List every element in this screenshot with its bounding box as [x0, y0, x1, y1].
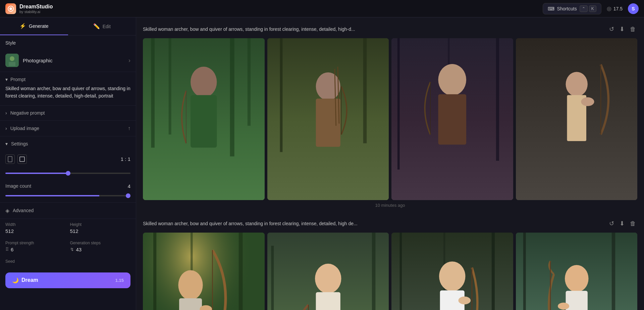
svg-point-3	[10, 56, 14, 61]
batch-1-delete-button[interactable]: 🗑	[629, 24, 637, 34]
app-logo-icon	[5, 3, 16, 14]
svg-rect-37	[153, 233, 156, 310]
aspect-portrait-icon[interactable]	[5, 154, 15, 164]
svg-rect-62	[611, 233, 615, 310]
batch-1-download-button[interactable]: ⬇	[618, 24, 626, 34]
user-avatar[interactable]: S	[628, 3, 639, 14]
batch-1-redo-button[interactable]: ↺	[608, 24, 615, 34]
image-count-slider[interactable]	[5, 195, 130, 196]
app-logo-area: DreamStudio by stability.ai	[5, 3, 53, 14]
tab-edit[interactable]: ✏️ Edit	[68, 17, 136, 35]
batch-1-images	[143, 38, 637, 200]
style-label: Style	[5, 40, 16, 46]
width-label: Width	[5, 222, 66, 227]
seed-label: Seed	[5, 259, 130, 264]
upload-image-row[interactable]: › Upload image ↑	[0, 121, 136, 136]
chevron-right-upload-icon: ›	[5, 126, 7, 131]
height-field: Height 512	[70, 222, 131, 234]
main-layout: ⚡ Generate ✏️ Edit Style	[0, 17, 644, 310]
settings-header[interactable]: ▾ Settings	[0, 136, 136, 151]
batch-1-header: Skilled woman archer, bow and quiver of …	[143, 24, 637, 34]
image-card[interactable]	[391, 38, 513, 200]
svg-rect-8	[151, 38, 154, 148]
image-count-label: Image count	[5, 183, 31, 189]
svg-rect-25	[496, 38, 499, 161]
svg-rect-13	[191, 95, 217, 148]
image-card[interactable]	[391, 233, 513, 310]
height-value: 512	[70, 228, 131, 234]
tab-bar: ⚡ Generate ✏️ Edit	[0, 17, 136, 36]
negative-prompt-row[interactable]: › Negative prompt	[0, 106, 136, 121]
batch-1: Skilled woman archer, bow and quiver of …	[143, 24, 637, 208]
aspect-ratio-slider-row	[0, 167, 136, 180]
svg-point-41	[178, 270, 203, 300]
batch-2: Skilled woman archer, bow and quiver of …	[143, 219, 637, 310]
style-section-header: Style	[0, 36, 136, 50]
image-card[interactable]	[143, 38, 265, 200]
svg-rect-48	[316, 292, 340, 310]
svg-point-63	[565, 265, 588, 292]
app-subtitle: by stability.ai	[19, 10, 53, 14]
image-count-slider-row	[0, 190, 136, 202]
image-card[interactable]	[516, 233, 638, 310]
key-k: K	[589, 5, 596, 12]
svg-rect-46	[372, 233, 375, 310]
batch-1-prompt: Skilled woman archer, bow and quiver of …	[143, 26, 604, 32]
svg-rect-36	[143, 233, 265, 310]
seed-row: Seed	[0, 256, 136, 268]
batch-2-redo-button[interactable]: ↺	[608, 219, 615, 229]
topbar-right: ⌨ Shortcuts ⌃ K ◎ 17.5 S	[543, 3, 639, 14]
image-count-row: Image count 4	[0, 180, 136, 190]
dream-version: 1.15	[115, 278, 124, 283]
image-card[interactable]	[516, 38, 638, 200]
dream-button[interactable]: 🌙 Dream 1.15	[5, 272, 130, 288]
svg-rect-38	[239, 233, 243, 310]
svg-point-27	[438, 64, 466, 96]
svg-rect-54	[492, 233, 495, 310]
image-card[interactable]	[267, 38, 389, 200]
prompt-strength-field: Prompt strength ⠿ 6	[5, 241, 66, 252]
upload-icon: ↑	[128, 125, 130, 131]
svg-rect-10	[230, 38, 234, 157]
chevron-right-neg-icon: ›	[5, 110, 7, 116]
content-area: Skilled woman archer, bow and quiver of …	[136, 17, 644, 310]
negative-prompt-label: Negative prompt	[10, 110, 45, 116]
batch-1-actions: ↺ ⬇ 🗑	[608, 24, 637, 34]
key-ctrl: ⌃	[580, 5, 588, 12]
prompt-text[interactable]: Skilled woman archer, bow and quiver of …	[0, 85, 136, 105]
credits-icon: ◎	[607, 5, 611, 12]
aspect-square-icon[interactable]	[17, 154, 27, 164]
style-thumbnail	[5, 54, 19, 67]
image-card[interactable]	[143, 233, 265, 310]
aspect-ratio-slider[interactable]	[5, 173, 130, 174]
tab-generate[interactable]: ⚡ Generate	[0, 17, 68, 35]
svg-point-66	[558, 303, 569, 310]
image-count-value: 4	[128, 183, 130, 189]
dream-label: Dream	[21, 277, 38, 283]
svg-point-18	[316, 72, 340, 101]
svg-rect-5	[8, 157, 12, 162]
svg-rect-16	[280, 38, 282, 152]
advanced-section[interactable]: ◈ Advanced	[0, 203, 136, 219]
svg-rect-9	[169, 38, 171, 134]
keyboard-icon: ⌨	[548, 6, 554, 11]
credits-value: 17.5	[613, 6, 623, 11]
style-section: Style Photographic ›	[0, 36, 136, 72]
svg-point-59	[459, 297, 471, 305]
svg-rect-6	[20, 157, 24, 162]
image-card[interactable]	[267, 233, 389, 310]
settings-section: ▾ Settings 1 : 1	[0, 136, 136, 203]
style-selector[interactable]: Photographic ›	[0, 50, 136, 72]
batch-2-delete-button[interactable]: 🗑	[629, 219, 637, 229]
settings-label: Settings	[11, 141, 28, 146]
app-name: DreamStudio	[19, 4, 53, 10]
upload-image-label: Upload image	[10, 126, 39, 131]
batch-1-timestamp: 10 minutes ago	[143, 203, 637, 208]
advanced-label: Advanced	[13, 208, 34, 213]
chevron-right-icon: ›	[128, 57, 130, 64]
svg-point-1	[9, 7, 12, 10]
shortcuts-label: Shortcuts	[557, 6, 577, 11]
batch-2-download-button[interactable]: ⬇	[618, 219, 626, 229]
prompt-header[interactable]: ▾ Prompt	[0, 72, 136, 85]
shortcuts-button[interactable]: ⌨ Shortcuts ⌃ K	[543, 3, 601, 14]
